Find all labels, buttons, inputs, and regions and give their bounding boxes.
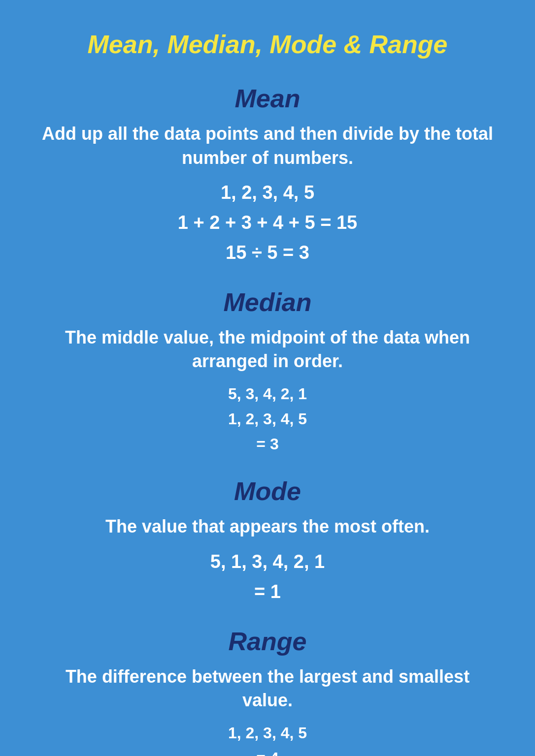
mean-data-line2: 1 + 2 + 3 + 4 + 5 = 15 <box>39 208 496 238</box>
median-description: The middle value, the midpoint of the da… <box>39 326 496 374</box>
mode-section: Mode The value that appears the most oft… <box>39 476 496 606</box>
median-section: Median The middle value, the midpoint of… <box>39 287 496 457</box>
mode-data-line2: = 1 <box>39 577 496 607</box>
range-section: Range The difference between the largest… <box>39 627 496 756</box>
page-title: Mean, Median, Mode & Range <box>88 30 448 59</box>
mode-description: The value that appears the most often. <box>39 515 496 539</box>
mean-description: Add up all the data points and then divi… <box>39 122 496 170</box>
mode-title: Mode <box>39 476 496 506</box>
mode-data-line1: 5, 1, 3, 4, 2, 1 <box>39 547 496 577</box>
mean-data-line1: 1, 2, 3, 4, 5 <box>39 178 496 208</box>
mean-title: Mean <box>39 84 496 113</box>
range-data-line1: 1, 2, 3, 4, 5 <box>39 721 496 746</box>
range-description: The difference between the largest and s… <box>39 665 496 713</box>
mean-section: Mean Add up all the data points and then… <box>39 84 496 268</box>
median-data-line1: 5, 3, 4, 2, 1 <box>39 381 496 407</box>
range-data-line2: = 4 <box>39 746 496 756</box>
median-data-line2: 1, 2, 3, 4, 5 <box>39 407 496 432</box>
mean-data-line3: 15 ÷ 5 = 3 <box>39 238 496 268</box>
median-title: Median <box>39 287 496 317</box>
range-title: Range <box>39 627 496 656</box>
median-data-line3: = 3 <box>39 432 496 457</box>
